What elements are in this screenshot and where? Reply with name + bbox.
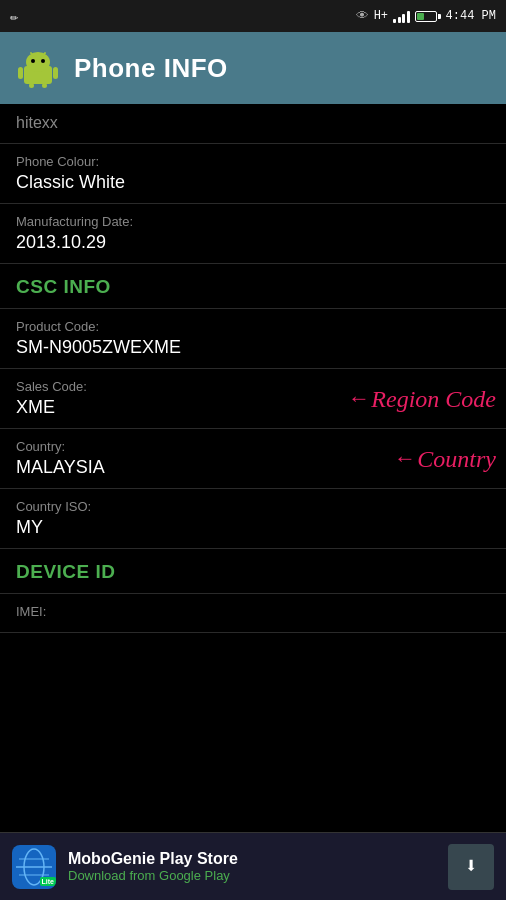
country-arrow-icon: ←	[398, 446, 411, 471]
pencil-icon: ✏	[10, 8, 18, 25]
svg-rect-9	[42, 83, 47, 88]
android-icon	[16, 46, 60, 90]
product-code-value: SM-N9005ZWEXME	[16, 337, 490, 358]
h-plus-icon: H+	[374, 9, 388, 23]
svg-rect-8	[29, 83, 34, 88]
status-bar: ✏ 👁 H+ 4:44 PM	[0, 0, 506, 32]
product-code-label: Product Code:	[16, 319, 490, 334]
battery-icon	[415, 11, 441, 22]
device-id-section-header: DEVICE ID	[0, 549, 506, 594]
svg-rect-7	[53, 67, 58, 79]
svg-rect-6	[18, 67, 23, 79]
csc-info-label: CSC INFO	[16, 276, 111, 297]
time-display: 4:44 PM	[446, 9, 496, 23]
hitexx-value: hitexx	[16, 114, 58, 131]
phone-colour-label: Phone Colour:	[16, 154, 490, 169]
sales-code-value: XME	[16, 397, 55, 418]
ad-subtitle: Download from Google Play	[68, 868, 436, 883]
signal-icon	[393, 9, 410, 23]
region-code-annotation: Region Code	[371, 385, 496, 412]
region-code-arrow-icon: ←	[352, 386, 365, 411]
product-code-row: Product Code: SM-N9005ZWEXME	[0, 309, 506, 369]
ad-text-block: MoboGenie Play Store Download from Googl…	[68, 850, 436, 883]
manufacturing-date-value: 2013.10.29	[16, 232, 490, 253]
sales-code-row: Sales Code: XME ← Region Code	[0, 369, 506, 429]
imei-label: IMEI:	[16, 604, 490, 619]
imei-row: IMEI:	[0, 594, 506, 633]
ad-lite-badge: Lite	[40, 877, 56, 886]
country-value: MALAYSIA	[16, 457, 105, 478]
ad-logo: Lite	[12, 845, 56, 889]
ad-title: MoboGenie Play Store	[68, 850, 436, 868]
country-iso-label: Country ISO:	[16, 499, 490, 514]
manufacturing-date-row: Manufacturing Date: 2013.10.29	[0, 204, 506, 264]
country-annotation: Country	[417, 445, 496, 472]
download-icon: ⬇	[464, 853, 477, 880]
manufacturing-date-label: Manufacturing Date:	[16, 214, 490, 229]
ad-banner[interactable]: Lite MoboGenie Play Store Download from …	[0, 832, 506, 900]
phone-colour-value: Classic White	[16, 172, 490, 193]
phone-colour-row: Phone Colour: Classic White	[0, 144, 506, 204]
download-button[interactable]: ⬇	[448, 844, 494, 890]
app-header: Phone INFO	[0, 32, 506, 104]
svg-point-3	[41, 59, 45, 63]
device-id-label: DEVICE ID	[16, 561, 116, 582]
country-row: Country: MALAYSIA ← Country	[0, 429, 506, 489]
hitexx-row: hitexx	[0, 104, 506, 144]
csc-info-section-header: CSC INFO	[0, 264, 506, 309]
app-title: Phone INFO	[74, 53, 228, 84]
content-area: hitexx Phone Colour: Classic White Manuf…	[0, 104, 506, 633]
country-iso-value: MY	[16, 517, 490, 538]
svg-point-1	[26, 52, 50, 72]
svg-point-2	[31, 59, 35, 63]
eye-icon: 👁	[356, 9, 369, 24]
country-iso-row: Country ISO: MY	[0, 489, 506, 549]
